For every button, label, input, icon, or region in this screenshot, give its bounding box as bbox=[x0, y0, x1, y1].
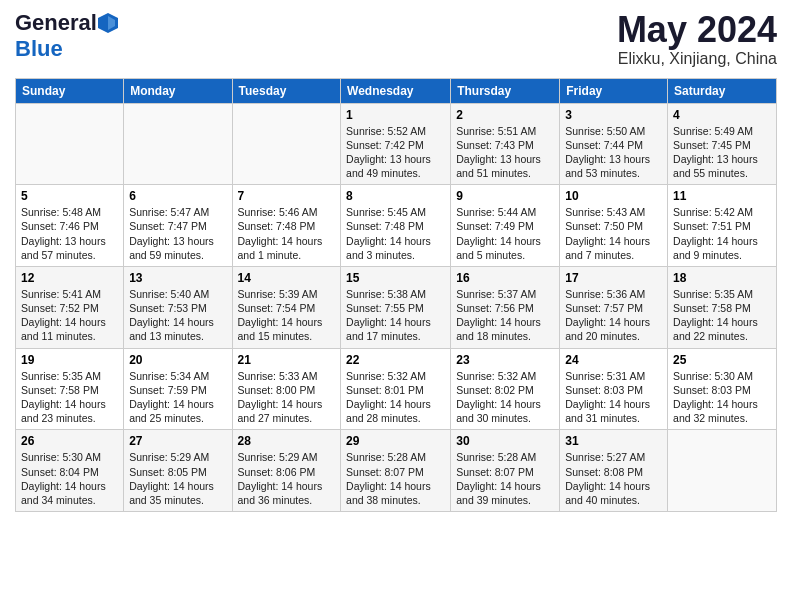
day-number: 3 bbox=[565, 108, 662, 122]
day-number: 17 bbox=[565, 271, 662, 285]
col-saturday: Saturday bbox=[668, 78, 777, 103]
day-info: Sunrise: 5:52 AM Sunset: 7:42 PM Dayligh… bbox=[346, 124, 445, 181]
table-row: 25Sunrise: 5:30 AM Sunset: 8:03 PM Dayli… bbox=[668, 348, 777, 430]
day-info: Sunrise: 5:34 AM Sunset: 7:59 PM Dayligh… bbox=[129, 369, 226, 426]
table-row: 16Sunrise: 5:37 AM Sunset: 7:56 PM Dayli… bbox=[451, 266, 560, 348]
header: General Blue May 2024 Elixku, Xinjiang, … bbox=[15, 10, 777, 68]
header-row: Sunday Monday Tuesday Wednesday Thursday… bbox=[16, 78, 777, 103]
day-info: Sunrise: 5:31 AM Sunset: 8:03 PM Dayligh… bbox=[565, 369, 662, 426]
table-row: 6Sunrise: 5:47 AM Sunset: 7:47 PM Daylig… bbox=[124, 185, 232, 267]
day-number: 6 bbox=[129, 189, 226, 203]
table-row bbox=[232, 103, 341, 185]
table-row: 15Sunrise: 5:38 AM Sunset: 7:55 PM Dayli… bbox=[341, 266, 451, 348]
logo: General Blue bbox=[15, 10, 119, 62]
table-row: 21Sunrise: 5:33 AM Sunset: 8:00 PM Dayli… bbox=[232, 348, 341, 430]
day-info: Sunrise: 5:39 AM Sunset: 7:54 PM Dayligh… bbox=[238, 287, 336, 344]
table-row: 13Sunrise: 5:40 AM Sunset: 7:53 PM Dayli… bbox=[124, 266, 232, 348]
page: General Blue May 2024 Elixku, Xinjiang, … bbox=[0, 0, 792, 522]
day-info: Sunrise: 5:29 AM Sunset: 8:06 PM Dayligh… bbox=[238, 450, 336, 507]
calendar-subtitle: Elixku, Xinjiang, China bbox=[617, 50, 777, 68]
day-number: 20 bbox=[129, 353, 226, 367]
day-info: Sunrise: 5:38 AM Sunset: 7:55 PM Dayligh… bbox=[346, 287, 445, 344]
day-number: 1 bbox=[346, 108, 445, 122]
table-row: 26Sunrise: 5:30 AM Sunset: 8:04 PM Dayli… bbox=[16, 430, 124, 512]
day-info: Sunrise: 5:44 AM Sunset: 7:49 PM Dayligh… bbox=[456, 205, 554, 262]
table-row: 24Sunrise: 5:31 AM Sunset: 8:03 PM Dayli… bbox=[560, 348, 668, 430]
week-row-3: 12Sunrise: 5:41 AM Sunset: 7:52 PM Dayli… bbox=[16, 266, 777, 348]
day-info: Sunrise: 5:30 AM Sunset: 8:04 PM Dayligh… bbox=[21, 450, 118, 507]
table-row: 10Sunrise: 5:43 AM Sunset: 7:50 PM Dayli… bbox=[560, 185, 668, 267]
week-row-1: 1Sunrise: 5:52 AM Sunset: 7:42 PM Daylig… bbox=[16, 103, 777, 185]
day-number: 10 bbox=[565, 189, 662, 203]
day-number: 12 bbox=[21, 271, 118, 285]
week-row-2: 5Sunrise: 5:48 AM Sunset: 7:46 PM Daylig… bbox=[16, 185, 777, 267]
day-number: 13 bbox=[129, 271, 226, 285]
day-info: Sunrise: 5:35 AM Sunset: 7:58 PM Dayligh… bbox=[21, 369, 118, 426]
day-number: 29 bbox=[346, 434, 445, 448]
day-info: Sunrise: 5:43 AM Sunset: 7:50 PM Dayligh… bbox=[565, 205, 662, 262]
day-number: 30 bbox=[456, 434, 554, 448]
day-number: 28 bbox=[238, 434, 336, 448]
calendar-title: May 2024 bbox=[617, 10, 777, 50]
col-wednesday: Wednesday bbox=[341, 78, 451, 103]
table-row: 3Sunrise: 5:50 AM Sunset: 7:44 PM Daylig… bbox=[560, 103, 668, 185]
day-number: 5 bbox=[21, 189, 118, 203]
day-number: 16 bbox=[456, 271, 554, 285]
day-number: 14 bbox=[238, 271, 336, 285]
day-number: 31 bbox=[565, 434, 662, 448]
table-row bbox=[124, 103, 232, 185]
day-info: Sunrise: 5:28 AM Sunset: 8:07 PM Dayligh… bbox=[456, 450, 554, 507]
table-row: 7Sunrise: 5:46 AM Sunset: 7:48 PM Daylig… bbox=[232, 185, 341, 267]
day-number: 8 bbox=[346, 189, 445, 203]
col-friday: Friday bbox=[560, 78, 668, 103]
day-info: Sunrise: 5:28 AM Sunset: 8:07 PM Dayligh… bbox=[346, 450, 445, 507]
day-number: 26 bbox=[21, 434, 118, 448]
day-number: 18 bbox=[673, 271, 771, 285]
day-info: Sunrise: 5:48 AM Sunset: 7:46 PM Dayligh… bbox=[21, 205, 118, 262]
table-row: 19Sunrise: 5:35 AM Sunset: 7:58 PM Dayli… bbox=[16, 348, 124, 430]
table-row: 22Sunrise: 5:32 AM Sunset: 8:01 PM Dayli… bbox=[341, 348, 451, 430]
day-info: Sunrise: 5:32 AM Sunset: 8:01 PM Dayligh… bbox=[346, 369, 445, 426]
logo-blue-text: Blue bbox=[15, 36, 63, 61]
logo-general-text: General bbox=[15, 10, 97, 36]
table-row: 9Sunrise: 5:44 AM Sunset: 7:49 PM Daylig… bbox=[451, 185, 560, 267]
week-row-5: 26Sunrise: 5:30 AM Sunset: 8:04 PM Dayli… bbox=[16, 430, 777, 512]
week-row-4: 19Sunrise: 5:35 AM Sunset: 7:58 PM Dayli… bbox=[16, 348, 777, 430]
day-info: Sunrise: 5:29 AM Sunset: 8:05 PM Dayligh… bbox=[129, 450, 226, 507]
day-info: Sunrise: 5:32 AM Sunset: 8:02 PM Dayligh… bbox=[456, 369, 554, 426]
day-number: 2 bbox=[456, 108, 554, 122]
table-row: 8Sunrise: 5:45 AM Sunset: 7:48 PM Daylig… bbox=[341, 185, 451, 267]
day-info: Sunrise: 5:33 AM Sunset: 8:00 PM Dayligh… bbox=[238, 369, 336, 426]
table-row: 4Sunrise: 5:49 AM Sunset: 7:45 PM Daylig… bbox=[668, 103, 777, 185]
table-row: 30Sunrise: 5:28 AM Sunset: 8:07 PM Dayli… bbox=[451, 430, 560, 512]
table-row: 1Sunrise: 5:52 AM Sunset: 7:42 PM Daylig… bbox=[341, 103, 451, 185]
table-row: 31Sunrise: 5:27 AM Sunset: 8:08 PM Dayli… bbox=[560, 430, 668, 512]
table-row: 2Sunrise: 5:51 AM Sunset: 7:43 PM Daylig… bbox=[451, 103, 560, 185]
col-monday: Monday bbox=[124, 78, 232, 103]
day-number: 7 bbox=[238, 189, 336, 203]
table-row bbox=[16, 103, 124, 185]
table-row: 18Sunrise: 5:35 AM Sunset: 7:58 PM Dayli… bbox=[668, 266, 777, 348]
table-row: 14Sunrise: 5:39 AM Sunset: 7:54 PM Dayli… bbox=[232, 266, 341, 348]
logo-icon bbox=[98, 13, 118, 33]
day-number: 9 bbox=[456, 189, 554, 203]
day-number: 25 bbox=[673, 353, 771, 367]
col-tuesday: Tuesday bbox=[232, 78, 341, 103]
table-row: 28Sunrise: 5:29 AM Sunset: 8:06 PM Dayli… bbox=[232, 430, 341, 512]
day-info: Sunrise: 5:47 AM Sunset: 7:47 PM Dayligh… bbox=[129, 205, 226, 262]
day-info: Sunrise: 5:35 AM Sunset: 7:58 PM Dayligh… bbox=[673, 287, 771, 344]
table-row: 23Sunrise: 5:32 AM Sunset: 8:02 PM Dayli… bbox=[451, 348, 560, 430]
day-info: Sunrise: 5:51 AM Sunset: 7:43 PM Dayligh… bbox=[456, 124, 554, 181]
day-info: Sunrise: 5:36 AM Sunset: 7:57 PM Dayligh… bbox=[565, 287, 662, 344]
day-number: 19 bbox=[21, 353, 118, 367]
day-number: 15 bbox=[346, 271, 445, 285]
table-row: 11Sunrise: 5:42 AM Sunset: 7:51 PM Dayli… bbox=[668, 185, 777, 267]
col-sunday: Sunday bbox=[16, 78, 124, 103]
day-info: Sunrise: 5:42 AM Sunset: 7:51 PM Dayligh… bbox=[673, 205, 771, 262]
day-number: 4 bbox=[673, 108, 771, 122]
day-info: Sunrise: 5:46 AM Sunset: 7:48 PM Dayligh… bbox=[238, 205, 336, 262]
day-number: 22 bbox=[346, 353, 445, 367]
table-row: 29Sunrise: 5:28 AM Sunset: 8:07 PM Dayli… bbox=[341, 430, 451, 512]
day-number: 27 bbox=[129, 434, 226, 448]
day-info: Sunrise: 5:27 AM Sunset: 8:08 PM Dayligh… bbox=[565, 450, 662, 507]
